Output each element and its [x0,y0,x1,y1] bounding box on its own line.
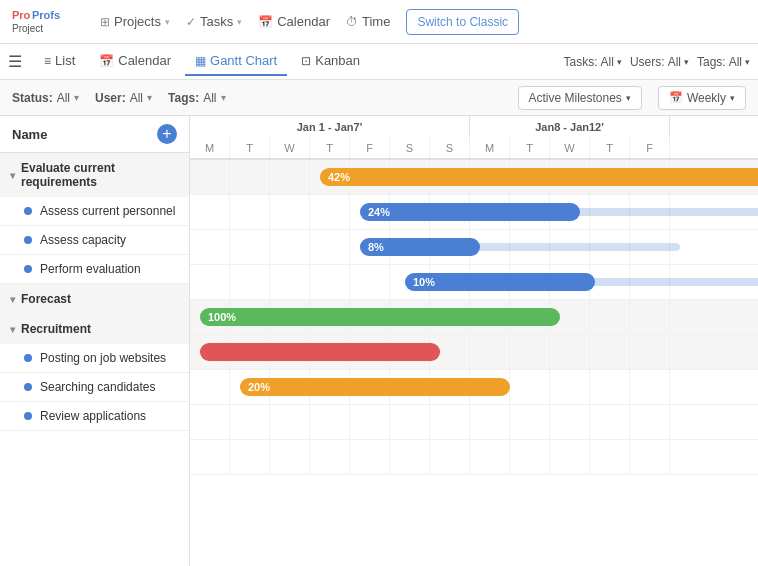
status-filter-group[interactable]: Status: All ▾ [12,91,79,105]
main-content: Name + ▾ Evaluate current requirements A… [0,116,758,566]
name-header: Name + [0,116,189,153]
gantt-cell [230,195,270,229]
group-recruitment[interactable]: ▾ Recruitment [0,314,189,344]
task-posting-label: Posting on job websites [40,351,166,365]
projects-icon: ⊞ [100,15,110,29]
task-searching-label: Searching candidates [40,380,155,394]
gantt-cell [590,440,630,474]
hamburger-icon[interactable]: ☰ [8,52,22,71]
gantt-cell [310,160,350,194]
view-caret-icon: ▾ [730,93,735,103]
nav-calendar-label: Calendar [277,14,330,29]
name-header-label: Name [12,127,47,142]
gantt-cell [190,300,230,334]
task-posting[interactable]: Posting on job websites [0,344,189,373]
view-button[interactable]: 📅 Weekly ▾ [658,86,746,110]
gantt-cell [550,160,590,194]
gantt-cell [350,265,390,299]
tasks-filter[interactable]: Tasks: All ▾ [564,55,622,69]
group-evaluate-label: Evaluate current requirements [21,161,179,189]
group-forecast-caret-icon: ▾ [10,294,15,305]
calendar-tab-icon: 📅 [99,54,114,68]
gantt-cell [350,440,390,474]
tags-bar-value: All [203,91,216,105]
nav-items: ⊞ Projects ▾ ✓ Tasks ▾ 📅 Calendar ⏱ Time… [100,9,748,35]
gantt-cell [230,335,270,369]
task-perform-eval[interactable]: Perform evaluation [0,255,189,284]
tags-filter-group[interactable]: Tags: All ▾ [168,91,225,105]
group-recruitment-label: Recruitment [21,322,91,336]
day-cell: S [430,138,470,158]
gantt-cell [390,440,430,474]
tab-gantt[interactable]: ▦ Gantt Chart [185,47,287,76]
day-cell: W [550,138,590,158]
task-dot-icon [24,412,32,420]
gantt-header: Jan 1 - Jan7' Jan8 - Jan12' MTWTFSSMTWTF [190,116,758,160]
gantt-cell [590,160,630,194]
tab-list[interactable]: ≡ List [34,47,85,76]
nav-projects[interactable]: ⊞ Projects ▾ [100,14,170,29]
gantt-cell [470,300,510,334]
gantt-cell [270,335,310,369]
group-forecast[interactable]: ▾ Forecast [0,284,189,314]
task-assess-personnel[interactable]: Assess current personnel [0,197,189,226]
gantt-cell [510,405,550,439]
tab-calendar[interactable]: 📅 Calendar [89,47,181,76]
tags-filter[interactable]: Tags: All ▾ [697,55,750,69]
user-caret-icon: ▾ [147,92,152,103]
tasks-icon: ✓ [186,15,196,29]
date-range-row: Jan 1 - Jan7' Jan8 - Jan12' [190,116,758,138]
gantt-cell [310,405,350,439]
gantt-cell [510,265,550,299]
nav-time[interactable]: ⏱ Time [346,14,390,29]
add-task-button[interactable]: + [157,124,177,144]
gantt-cell [510,195,550,229]
tasks-caret-icon: ▾ [237,17,242,27]
switch-classic-button[interactable]: Switch to Classic [406,9,519,35]
date-range-1: Jan 1 - Jan7' [190,116,470,138]
group-evaluate[interactable]: ▾ Evaluate current requirements [0,153,189,197]
task-assess-capacity-label: Assess capacity [40,233,126,247]
gantt-row: 20% [190,370,758,405]
gantt-cell [350,405,390,439]
gantt-cell [510,335,550,369]
kanban-tab-icon: ⊡ [301,54,311,68]
gantt-cell [470,370,510,404]
gantt-cell [390,160,430,194]
gantt-row: 8% [190,230,758,265]
gantt-cell [510,370,550,404]
task-review[interactable]: Review applications [0,402,189,431]
gantt-cell [350,160,390,194]
gantt-cell [390,370,430,404]
gantt-cell [390,335,430,369]
gantt-cell [230,265,270,299]
group-forecast-label: Forecast [21,292,71,306]
user-filter-group[interactable]: User: All ▾ [95,91,152,105]
gantt-cell [390,230,430,264]
task-dot-icon [24,354,32,362]
user-value: All [130,91,143,105]
gantt-cell [470,405,510,439]
gantt-cell [270,405,310,439]
task-assess-capacity[interactable]: Assess capacity [0,226,189,255]
gantt-row [190,405,758,440]
gantt-cell [550,230,590,264]
gantt-cell [190,195,230,229]
tab-kanban[interactable]: ⊡ Kanban [291,47,370,76]
gantt-cell [470,335,510,369]
filter-bar: Status: All ▾ User: All ▾ Tags: All ▾ Ac… [0,80,758,116]
day-cell: S [390,138,430,158]
gantt-cell [590,300,630,334]
task-searching[interactable]: Searching candidates [0,373,189,402]
nav-calendar[interactable]: 📅 Calendar [258,14,330,29]
nav-tasks[interactable]: ✓ Tasks ▾ [186,14,242,29]
task-dot-icon [24,383,32,391]
users-filter[interactable]: Users: All ▾ [630,55,689,69]
gantt-cell [550,405,590,439]
tags-filter-label: Tags: [697,55,726,69]
milestone-button[interactable]: Active Milestones ▾ [518,86,642,110]
task-perform-eval-label: Perform evaluation [40,262,141,276]
gantt-cell [230,440,270,474]
gantt-cell [390,195,430,229]
gantt-cell [470,160,510,194]
